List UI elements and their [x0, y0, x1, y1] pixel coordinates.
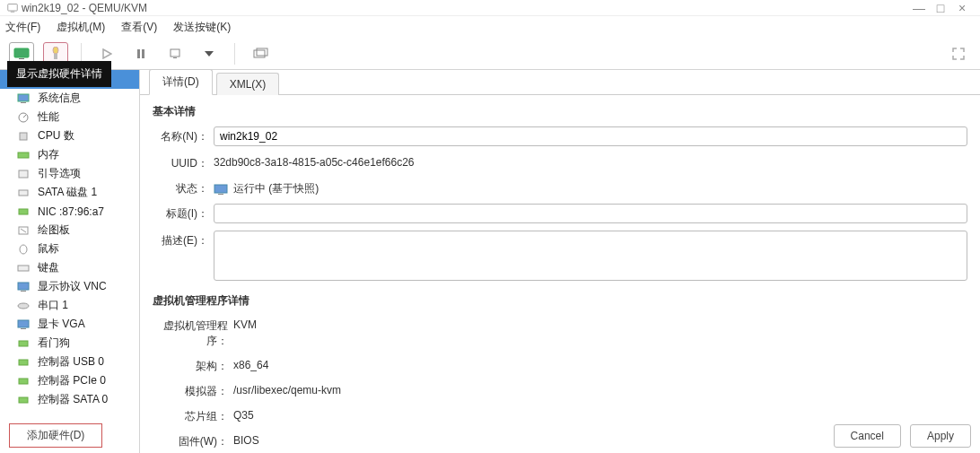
menu-bar: 文件(F) 虚拟机(M) 查看(V) 发送按键(K): [0, 16, 980, 38]
sidebar-item-tablet[interactable]: 绘图板: [0, 221, 139, 240]
sidebar-item-sata[interactable]: 控制器 SATA 0: [0, 390, 139, 409]
emu-label: 模拟器：: [153, 381, 233, 399]
video-icon: [16, 318, 31, 331]
svg-rect-20: [19, 170, 28, 178]
sidebar-item-sysinfo[interactable]: 系统信息: [0, 89, 139, 108]
cancel-button[interactable]: Cancel: [834, 424, 901, 448]
window-title: win2k19_02 - QEMU/KVM: [22, 2, 147, 14]
hardware-sidebar: 概况 系统信息 性能 CPU 数 内存 引导选项: [0, 70, 140, 453]
svg-rect-3: [19, 58, 24, 59]
disk-icon: [16, 187, 31, 199]
hypervisor-section-title: 虚拟机管理程序详情: [153, 293, 967, 309]
svg-rect-7: [137, 49, 140, 58]
svg-point-28: [18, 303, 29, 309]
svg-rect-35: [214, 185, 227, 193]
basic-section-title: 基本详情: [153, 104, 967, 119]
sidebar-item-performance[interactable]: 性能: [0, 108, 139, 126]
svg-rect-26: [18, 283, 29, 290]
sidebar-item-label: 控制器 PCIe 0: [22, 373, 106, 388]
svg-rect-0: [8, 4, 18, 11]
svg-rect-12: [254, 50, 265, 57]
sidebar-item-boot[interactable]: 引导选项: [0, 164, 139, 183]
sidebar-item-display[interactable]: 显示协议 VNC: [0, 277, 139, 296]
sidebar-item-usb[interactable]: 控制器 USB 0: [0, 353, 139, 371]
sidebar-item-cpus[interactable]: CPU 数: [0, 126, 139, 145]
svg-rect-27: [21, 291, 26, 292]
sidebar-item-video[interactable]: 显卡 VGA: [0, 315, 139, 334]
sidebar-item-label: 显示协议 VNC: [22, 279, 107, 294]
chipset-value: Q35: [233, 406, 967, 422]
desc-label: 描述(E)：: [153, 231, 214, 248]
svg-rect-10: [173, 57, 177, 58]
tabs: 详情(D) XML(X): [140, 70, 980, 95]
sidebar-item-label: SATA 磁盘 1: [22, 185, 97, 200]
name-input[interactable]: [214, 126, 967, 146]
tab-details[interactable]: 详情(D): [149, 69, 213, 95]
controller-icon: [16, 375, 31, 388]
nic-icon: [16, 205, 31, 218]
mouse-icon: [16, 243, 31, 256]
hv-label: 虚拟机管理程序：: [153, 316, 233, 349]
watchdog-icon: [16, 337, 31, 350]
chipset-label: 芯片组：: [153, 406, 233, 424]
menu-vm[interactable]: 虚拟机(M): [57, 20, 105, 35]
sysinfo-icon: [16, 92, 31, 105]
svg-rect-29: [18, 320, 29, 327]
svg-rect-36: [218, 194, 223, 195]
running-icon: [214, 184, 228, 195]
uuid-label: UUID：: [153, 153, 214, 171]
minimize-button[interactable]: —: [908, 1, 930, 15]
desc-textarea[interactable]: [214, 231, 967, 281]
sidebar-item-watchdog[interactable]: 看门狗: [0, 334, 139, 353]
pause-button[interactable]: [128, 42, 153, 65]
menu-file[interactable]: 文件(F): [5, 20, 40, 35]
boot-icon: [16, 168, 31, 180]
sidebar-item-pcie[interactable]: 控制器 PCIe 0: [0, 371, 139, 390]
title-label: 标题(I)：: [153, 204, 214, 222]
menu-sendkey[interactable]: 发送按键(K): [173, 20, 231, 35]
dialog-footer: Cancel Apply: [834, 424, 971, 448]
svg-rect-8: [142, 49, 144, 58]
sidebar-item-serial[interactable]: 串口 1: [0, 296, 139, 315]
svg-rect-5: [54, 54, 57, 59]
svg-rect-34: [19, 397, 28, 403]
sidebar-item-label: 显卡 VGA: [22, 317, 85, 332]
firmware-label: 固件(W)：: [153, 431, 233, 449]
svg-point-24: [20, 245, 27, 254]
title-input[interactable]: [214, 204, 967, 223]
tooltip: 显示虚拟硬件详情: [7, 61, 111, 87]
arch-label: 架构：: [153, 356, 233, 374]
svg-point-4: [53, 47, 58, 54]
svg-rect-18: [20, 133, 27, 140]
tab-xml[interactable]: XML(X): [216, 73, 280, 95]
performance-icon: [16, 111, 31, 124]
menu-view[interactable]: 查看(V): [121, 20, 157, 35]
sidebar-item-disk[interactable]: SATA 磁盘 1: [0, 183, 139, 202]
apply-button[interactable]: Apply: [910, 424, 971, 448]
shutdown-button[interactable]: [162, 42, 188, 65]
svg-rect-2: [14, 48, 29, 57]
shutdown-dropdown[interactable]: [197, 42, 222, 65]
uuid-value: 32db90c8-3a18-4815-a05c-c46e1ef66c26: [214, 153, 967, 169]
main-area: 概况 系统信息 性能 CPU 数 内存 引导选项: [0, 70, 980, 453]
sidebar-item-memory[interactable]: 内存: [0, 145, 139, 164]
close-button[interactable]: ×: [951, 1, 973, 15]
svg-rect-19: [18, 152, 29, 158]
sidebar-item-nic[interactable]: NIC :87:96:a7: [0, 202, 139, 221]
cpu-icon: [16, 130, 31, 143]
emu-value: /usr/libexec/qemu-kvm: [233, 381, 967, 396]
svg-rect-1: [11, 11, 15, 12]
toolbar: [0, 38, 980, 70]
status-value: 运行中 (基于快照): [233, 181, 319, 196]
fullscreen-button[interactable]: [946, 42, 971, 65]
display-icon: [16, 281, 31, 293]
keyboard-icon: [16, 262, 31, 274]
sidebar-item-keyboard[interactable]: 键盘: [0, 258, 139, 277]
controller-icon: [16, 394, 31, 406]
sidebar-item-mouse[interactable]: 鼠标: [0, 240, 139, 258]
add-hardware-button[interactable]: 添加硬件(D): [9, 423, 102, 448]
snapshots-button[interactable]: [248, 42, 273, 65]
maximize-button[interactable]: □: [930, 1, 951, 15]
svg-rect-22: [19, 209, 28, 214]
name-label: 名称(N)：: [153, 126, 214, 144]
